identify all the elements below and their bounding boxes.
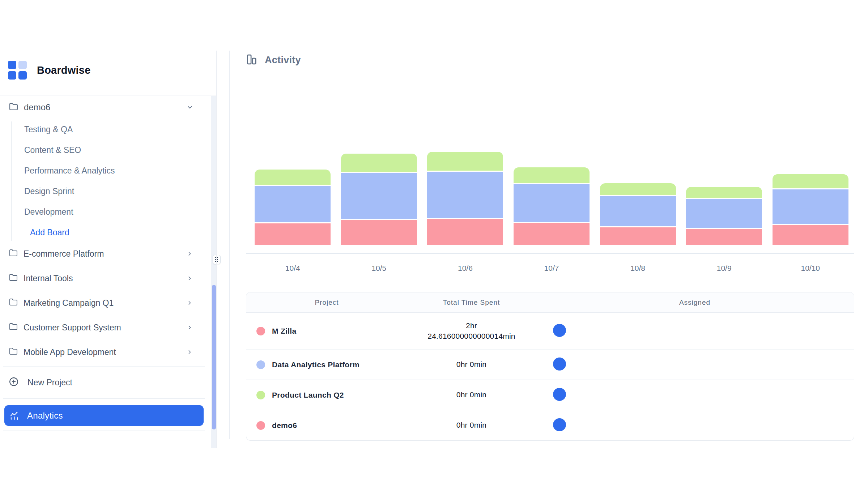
chevron-right-icon[interactable] xyxy=(187,325,193,331)
sidebar: Boardwise demo6 Testing & QAContent & SE… xyxy=(0,0,216,488)
add-board-button[interactable]: Add Board xyxy=(0,222,233,243)
app-title: Boardwise xyxy=(37,64,90,76)
assigned-cell xyxy=(536,324,854,338)
chart-bar-segment-pink-bottom-segment xyxy=(773,225,848,245)
analytics-label: Analytics xyxy=(27,411,63,421)
sidebar-board-item[interactable]: Design Sprint xyxy=(0,181,203,202)
chevron-down-icon[interactable] xyxy=(187,97,193,118)
chevron-right-icon[interactable] xyxy=(187,275,193,282)
folder-icon xyxy=(9,347,18,357)
chart-bar[interactable] xyxy=(255,170,331,245)
bar-chart-icon xyxy=(246,53,258,67)
sidebar-board-item[interactable]: Content & SEO xyxy=(0,140,203,160)
x-axis-labels: 10/410/510/610/710/810/910/10 xyxy=(250,264,854,273)
time-line: 24.616000000000014min xyxy=(407,331,536,341)
chart-bar-segment-blue-middle-segment xyxy=(255,186,331,222)
chevron-right-icon[interactable] xyxy=(187,349,193,355)
assigned-cell xyxy=(536,388,854,402)
new-project-button[interactable]: New Project xyxy=(9,372,201,393)
chevron-right-icon[interactable] xyxy=(187,300,193,306)
chart-bar[interactable] xyxy=(686,187,762,245)
chart-bar[interactable] xyxy=(514,167,590,245)
folder-label: Internal Tools xyxy=(24,274,73,283)
sidebar-project-demo6[interactable]: demo6 xyxy=(0,97,203,118)
folder-icon xyxy=(9,322,18,333)
project-color-dot xyxy=(256,391,265,399)
chart-bar-segment-green-top-segment xyxy=(427,152,503,171)
column-header-assigned: Assigned xyxy=(536,299,854,307)
x-axis-tick-label: 10/6 xyxy=(422,264,509,273)
x-axis-tick-label: 10/5 xyxy=(336,264,422,273)
brand: Boardwise xyxy=(8,61,90,80)
table-header-row: Project Total Time Spent Assigned xyxy=(246,292,854,313)
sidebar-board-item[interactable]: Performance & Analytics xyxy=(0,160,203,181)
project-color-dot xyxy=(256,327,265,335)
assignee-avatar[interactable] xyxy=(553,388,566,401)
chevron-right-icon[interactable] xyxy=(187,251,193,257)
chart-bar-slot xyxy=(422,152,509,245)
chart-bar-segment-pink-bottom-segment xyxy=(686,229,762,245)
analytics-chart-icon xyxy=(9,410,19,421)
sidebar-folder-item[interactable]: E-commerce Platform xyxy=(0,241,203,266)
assignee-avatar[interactable] xyxy=(553,418,566,431)
table-row[interactable]: Data Analytics Platform0hr 0min xyxy=(246,350,854,380)
x-axis-line xyxy=(246,253,854,254)
project-label: demo6 xyxy=(24,102,50,112)
logo-square xyxy=(18,61,27,69)
folders-list: E-commerce PlatformInternal ToolsMarketi… xyxy=(0,241,203,364)
time-line: 2hr xyxy=(407,321,536,331)
sidebar-folder-item[interactable]: Customer Support System xyxy=(0,315,203,340)
project-cell: demo6 xyxy=(246,421,407,430)
assignee-avatar[interactable] xyxy=(553,358,566,371)
chart-bar-slot xyxy=(595,183,681,245)
sidebar-divider xyxy=(3,431,205,431)
analytics-nav-button[interactable]: Analytics xyxy=(4,405,204,426)
chart-bar-slot xyxy=(767,174,854,245)
chart-bar-slot xyxy=(681,187,767,245)
time-line: 0hr 0min xyxy=(407,390,536,400)
folder-icon xyxy=(9,249,18,259)
chart-bar-segment-blue-middle-segment xyxy=(341,173,417,219)
logo-square xyxy=(8,61,16,69)
sidebar-resize-grip-icon[interactable] xyxy=(213,255,221,264)
chart-bar-slot xyxy=(336,154,422,245)
folder-label: Marketing Campaign Q1 xyxy=(24,298,114,308)
sidebar-board-item[interactable]: Development xyxy=(0,202,203,222)
column-header-total-time: Total Time Spent xyxy=(407,299,536,307)
chart-bar[interactable] xyxy=(341,154,417,245)
time-line: 0hr 0min xyxy=(407,420,536,430)
x-axis-tick-label: 10/4 xyxy=(250,264,336,273)
chart-bar-segment-blue-middle-segment xyxy=(773,189,848,224)
sidebar-board-item[interactable]: Testing & QA xyxy=(0,119,203,140)
table-row[interactable]: M Zilla2hr24.616000000000014min xyxy=(246,313,854,350)
table-row[interactable]: demo60hr 0min xyxy=(246,410,854,440)
activity-header: Activity xyxy=(246,53,301,67)
new-project-label: New Project xyxy=(27,378,72,388)
chart-bar[interactable] xyxy=(427,152,503,245)
folder-label: E-commerce Platform xyxy=(24,249,104,259)
total-time-cell: 0hr 0min xyxy=(407,420,536,430)
boardwise-logo-icon xyxy=(8,61,27,80)
chart-bar-segment-pink-bottom-segment xyxy=(255,223,331,245)
activity-stacked-bar-chart xyxy=(250,151,854,245)
folder-label: Customer Support System xyxy=(24,323,121,333)
folder-icon xyxy=(9,273,18,283)
table-row[interactable]: Product Launch Q20hr 0min xyxy=(246,380,854,410)
activity-title: Activity xyxy=(265,55,301,66)
sidebar-folder-item[interactable]: Internal Tools xyxy=(0,266,203,291)
chart-bar[interactable] xyxy=(600,183,676,245)
x-axis-tick-label: 10/8 xyxy=(595,264,681,273)
folder-icon xyxy=(9,102,18,113)
x-axis-tick-label: 10/7 xyxy=(509,264,595,273)
chart-bar-segment-pink-bottom-segment xyxy=(600,227,676,245)
assigned-cell xyxy=(536,358,854,372)
x-axis-tick-label: 10/9 xyxy=(681,264,767,273)
chart-bar-slot xyxy=(250,170,336,245)
assignee-avatar[interactable] xyxy=(553,324,566,337)
chart-bar[interactable] xyxy=(773,174,848,245)
sidebar-folder-item[interactable]: Mobile App Development xyxy=(0,340,203,364)
chart-bar-segment-green-top-segment xyxy=(341,154,417,172)
project-cell: M Zilla xyxy=(246,327,407,335)
sidebar-folder-item[interactable]: Marketing Campaign Q1 xyxy=(0,291,203,315)
sidebar-scrollbar-thumb[interactable] xyxy=(212,285,216,429)
